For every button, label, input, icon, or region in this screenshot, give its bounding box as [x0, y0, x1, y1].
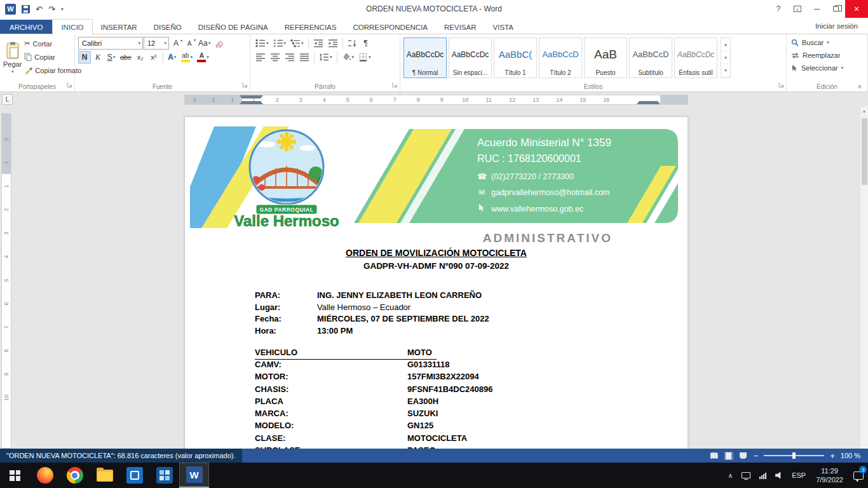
- close-button[interactable]: ×: [845, 0, 868, 18]
- style-title[interactable]: AaBPuesto: [584, 37, 627, 78]
- vertical-scrollbar[interactable]: ▴: [860, 107, 868, 449]
- style-subtle-emphasis[interactable]: AaBbCcDcÉnfasis sutil: [674, 37, 717, 78]
- start-button[interactable]: [0, 463, 30, 488]
- paragraph-dialog-launcher-icon[interactable]: [392, 81, 398, 90]
- style-heading2[interactable]: AaBbCcDTítulo 2: [539, 37, 582, 78]
- gallery-up-icon[interactable]: ▴: [721, 38, 730, 51]
- help-button[interactable]: ?: [769, 0, 788, 18]
- bold-button[interactable]: N: [78, 51, 91, 64]
- zoom-level[interactable]: 100 %: [841, 452, 860, 459]
- character-count-message[interactable]: "ORDEN NUEVA MOTOCICLETA": 68.816 caract…: [0, 449, 242, 463]
- tab-archivo[interactable]: ARCHIVO: [0, 20, 52, 34]
- restore-button[interactable]: [826, 0, 845, 18]
- find-button[interactable]: Buscar▾: [789, 36, 865, 49]
- replace-button[interactable]: Reemplazar: [789, 49, 865, 62]
- minimize-button[interactable]: [807, 0, 826, 18]
- shrink-font-button[interactable]: A▾: [183, 37, 196, 50]
- redo-icon[interactable]: ↷: [48, 5, 55, 13]
- web-layout-button[interactable]: [739, 452, 748, 460]
- multilevel-list-button[interactable]: ▾: [288, 37, 306, 50]
- numbering-button[interactable]: ▾: [271, 37, 288, 50]
- superscript-button[interactable]: x²: [147, 51, 160, 64]
- show-marks-button[interactable]: ¶: [360, 37, 372, 50]
- style-subtitle[interactable]: AaBbCcDSubtítulo: [629, 37, 672, 78]
- tab-inicio[interactable]: INICIO: [52, 19, 92, 35]
- align-center-button[interactable]: [268, 51, 282, 64]
- read-mode-button[interactable]: [710, 452, 719, 460]
- align-left-button[interactable]: [254, 51, 268, 64]
- taskbar-word[interactable]: W: [179, 463, 209, 488]
- tab-vista[interactable]: VISTA: [485, 20, 522, 34]
- styles-dialog-launcher-icon[interactable]: [778, 81, 784, 90]
- underline-button[interactable]: S▾: [105, 51, 118, 64]
- select-button[interactable]: Seleccionar▾: [789, 62, 865, 74]
- change-case-button[interactable]: Aa▾: [196, 37, 212, 50]
- decrease-indent-button[interactable]: [311, 37, 325, 50]
- align-right-button[interactable]: [283, 51, 297, 64]
- font-size-combobox[interactable]: 12▾: [144, 37, 169, 50]
- print-layout-button[interactable]: [724, 452, 733, 460]
- first-line-indent-marker[interactable]: [240, 95, 263, 98]
- taskbar-app-1[interactable]: [119, 463, 149, 488]
- tray-network[interactable]: [755, 463, 771, 488]
- tray-chevron-icon[interactable]: ∧: [724, 463, 737, 488]
- subscript-button[interactable]: x₂: [134, 51, 147, 64]
- bullets-button[interactable]: ▾: [254, 37, 271, 50]
- strikethrough-button[interactable]: abc: [118, 51, 133, 64]
- paste-button[interactable]: Pegar ▾: [3, 37, 22, 79]
- zoom-slider-thumb[interactable]: [792, 452, 796, 459]
- font-color-button[interactable]: A▾: [195, 51, 211, 64]
- tab-stop-selector[interactable]: L: [2, 94, 13, 105]
- action-center[interactable]: 3: [849, 463, 868, 488]
- tray-volume[interactable]: [771, 463, 787, 488]
- style-no-spacing[interactable]: AaBbCcDcSin espaci...: [449, 37, 492, 78]
- clear-formatting-button[interactable]: [213, 37, 226, 50]
- copy-button[interactable]: Copiar: [22, 50, 83, 64]
- tab-referencias[interactable]: REFERENCIAS: [276, 20, 345, 34]
- tab-revisar[interactable]: REVISAR: [436, 20, 485, 34]
- right-indent-marker[interactable]: [637, 101, 660, 104]
- save-icon[interactable]: [22, 5, 30, 13]
- borders-button[interactable]: ▾: [356, 51, 373, 64]
- undo-icon[interactable]: ↶: [36, 5, 43, 13]
- taskbar-file-explorer[interactable]: [90, 463, 119, 488]
- hanging-indent-marker[interactable]: [240, 101, 263, 104]
- zoom-in-button[interactable]: +: [830, 452, 835, 460]
- ribbon-display-options-button[interactable]: ∧: [788, 0, 807, 18]
- taskbar-chrome[interactable]: [60, 463, 90, 488]
- language-indicator[interactable]: ESP: [787, 463, 810, 488]
- document-page[interactable]: GAD PARROQUIAL Valle Hermoso Acuerdo Min…: [184, 116, 688, 449]
- gallery-down-icon[interactable]: ▾: [721, 51, 730, 65]
- taskbar-clock[interactable]: 11:297/9/2022: [810, 466, 849, 484]
- grow-font-button[interactable]: A▴: [170, 37, 182, 50]
- line-spacing-button[interactable]: ▾: [317, 51, 334, 64]
- scrollbar-thumb[interactable]: [862, 118, 867, 185]
- style-heading1[interactable]: AaBbC(Título 1: [494, 37, 537, 78]
- tray-display[interactable]: [737, 463, 755, 488]
- zoom-out-button[interactable]: −: [754, 452, 759, 460]
- collapse-ribbon-icon[interactable]: ∧: [857, 83, 862, 90]
- style-normal[interactable]: AaBbCcDc¶ Normal: [403, 37, 447, 78]
- sign-in-link[interactable]: Iniciar sesión: [805, 22, 868, 30]
- taskbar-app-2[interactable]: [149, 463, 179, 488]
- text-effects-button[interactable]: A▾: [166, 51, 179, 64]
- increase-indent-button[interactable]: [326, 37, 340, 50]
- zoom-slider[interactable]: [764, 455, 824, 456]
- format-painter-button[interactable]: Copiar formato: [22, 64, 83, 77]
- font-name-combobox[interactable]: Calibri▾: [78, 37, 143, 50]
- highlight-color-button[interactable]: ab▾: [179, 51, 195, 64]
- clipboard-dialog-launcher-icon[interactable]: [67, 81, 72, 90]
- font-dialog-launcher-icon[interactable]: [242, 81, 248, 90]
- tab-insertar[interactable]: INSERTAR: [93, 20, 146, 34]
- taskbar-firefox[interactable]: [30, 463, 60, 488]
- shading-button[interactable]: ▾: [340, 51, 356, 64]
- gallery-more-icon[interactable]: ▾: [721, 64, 730, 78]
- tab-diseno[interactable]: DISEÑO: [146, 20, 190, 34]
- qat-customize-caret-icon[interactable]: ▾: [61, 6, 64, 12]
- cut-button[interactable]: ✂Cortar: [22, 37, 83, 50]
- tab-correspondencia[interactable]: CORRESPONDENCIA: [344, 20, 436, 34]
- scroll-up-icon[interactable]: ▴: [860, 107, 868, 116]
- sort-button[interactable]: [346, 37, 359, 50]
- italic-button[interactable]: K: [92, 51, 104, 64]
- tab-diseno-pagina[interactable]: DISEÑO DE PÁGINA: [190, 20, 276, 34]
